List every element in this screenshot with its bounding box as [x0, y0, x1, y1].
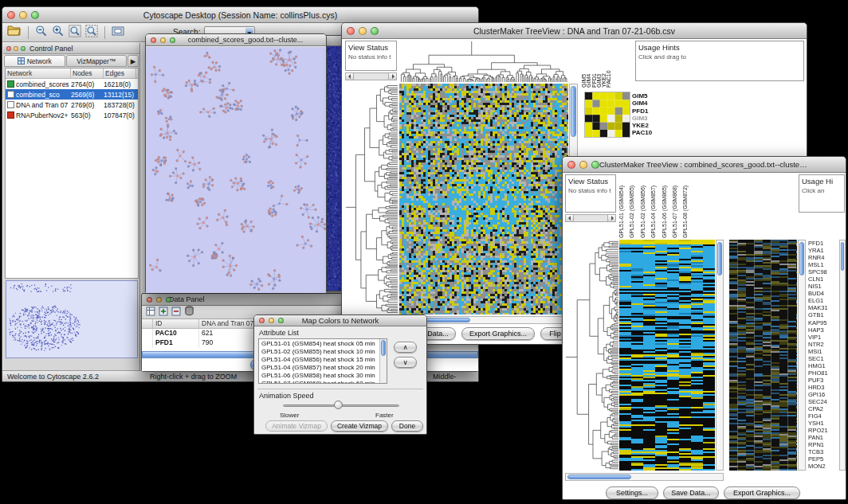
panel-dock-button[interactable] — [21, 46, 26, 51]
attribute-list-item[interactable]: GPL51-01 (GSM854) heat shock 05 min — [260, 340, 379, 348]
gene-label[interactable]: BUD4 — [808, 290, 838, 297]
scroll-thumb[interactable] — [717, 242, 722, 275]
gene-label[interactable]: NIS1 — [808, 283, 838, 290]
gene-label[interactable]: HRD3 — [808, 384, 838, 391]
array-column-label[interactable]: GPL51-01 (GSM854) — [618, 174, 629, 238]
gene-label[interactable]: FIG4 — [808, 412, 838, 420]
gene-label[interactable]: RPO21 — [808, 427, 838, 434]
dock-button[interactable] — [166, 297, 171, 303]
move-up-button[interactable]: ∧ — [394, 342, 417, 353]
zoom-button[interactable] — [278, 318, 284, 323]
network-overview-thumbnail[interactable] — [6, 280, 138, 358]
gene-label[interactable]: SEC1 — [808, 355, 838, 362]
gene-label[interactable]: HMG1 — [808, 362, 838, 369]
close-button[interactable] — [151, 37, 156, 43]
gene-label[interactable]: CLN1 — [808, 275, 838, 283]
scroll-left-icon[interactable] — [346, 73, 354, 80]
tab-network[interactable]: Network — [4, 55, 65, 67]
panel-close-button[interactable] — [6, 46, 11, 51]
gene-label[interactable]: PEP5 — [808, 455, 838, 463]
gene-label[interactable]: NTR2 — [808, 341, 838, 348]
network-row[interactable]: RNAPuberNov2+563(0)107847(0) — [6, 110, 138, 120]
create-attribute-icon[interactable] — [159, 305, 168, 319]
minimize-button[interactable] — [19, 11, 27, 19]
network-window-titlebar[interactable]: combined_scores_good.txt--cluste... — [146, 34, 326, 46]
create-vizmap-button[interactable]: Create Vizmap — [331, 420, 388, 432]
gene-label[interactable]: RPN1 — [808, 441, 838, 448]
zoom-button[interactable] — [170, 37, 175, 43]
save-data-button[interactable]: Save Data... — [663, 486, 719, 499]
combined-titlebar[interactable]: ClusterMaker TreeView : combined_scores_… — [563, 157, 846, 173]
control-panel-header[interactable]: Control Panel — [3, 43, 139, 54]
tab-vizmapper[interactable]: VizMapper™ — [66, 55, 128, 67]
dialog-titlebar[interactable]: Map Colors to Network — [254, 315, 426, 326]
tab-overflow-button[interactable]: ▶ — [128, 55, 139, 67]
gene-label[interactable]: ELG1 — [808, 297, 838, 304]
gene-column-label[interactable]: GIM4 — [586, 41, 591, 88]
array-column-label[interactable]: GPL51-04 (GSM857) — [650, 174, 661, 238]
row-dendrogram[interactable] — [345, 84, 398, 315]
gene-label[interactable]: MAK31 — [808, 304, 838, 311]
minimize-button[interactable] — [359, 27, 367, 35]
zoom-in-icon[interactable] — [52, 25, 65, 41]
gene-label[interactable]: MSI1 — [808, 348, 838, 355]
panel-float-button[interactable] — [14, 46, 18, 51]
scroll-left-icon[interactable] — [566, 215, 574, 221]
scroll-thumb[interactable] — [571, 86, 576, 137]
dna-titlebar[interactable]: ClusterMaker TreeView : DNA and Tran 07-… — [342, 23, 807, 39]
done-button[interactable]: Done — [391, 420, 423, 432]
gene-label[interactable]: PAN1 — [808, 434, 838, 441]
gene-column-label[interactable]: PAC10 — [606, 41, 610, 88]
gene-label[interactable]: VIP1 — [808, 334, 838, 341]
snapshot-icon[interactable] — [112, 25, 124, 40]
summary-heatmap[interactable] — [584, 92, 630, 138]
move-down-button[interactable]: ∨ — [394, 357, 417, 368]
attribute-list-item[interactable]: GPL51-02 (GSM855) heat shock 10 min — [260, 348, 379, 356]
network-row[interactable]: DNA and Tran 072769(0)183728(0) — [6, 100, 138, 110]
scroll-thumb[interactable] — [841, 242, 844, 271]
scroll-thumb[interactable] — [381, 340, 386, 356]
export-graphics-button[interactable]: Export Graphics... — [724, 486, 800, 499]
open-folder-icon[interactable] — [7, 25, 22, 40]
gene-row-label[interactable]: GIM5 — [632, 92, 659, 100]
attribute-list-item[interactable]: GPL51-04 (GSM857) heat shock 20 min — [260, 364, 379, 372]
gene-label[interactable]: RNR4 — [808, 254, 838, 261]
close-button[interactable] — [567, 161, 575, 169]
status-scrollbar[interactable] — [345, 72, 397, 80]
delete-attribute-icon[interactable] — [171, 305, 181, 319]
minimize-button[interactable] — [160, 37, 166, 43]
heatmap-hscrollbar[interactable] — [565, 473, 724, 481]
close-button[interactable] — [347, 27, 355, 35]
gene-label[interactable]: HAP3 — [808, 326, 838, 334]
network-row-selected[interactable]: combined_sco2569(6)13112(15) — [6, 89, 138, 100]
network-row[interactable]: combined_scores2764(0)16218(0) — [6, 79, 138, 89]
column-dendrogram[interactable] — [399, 41, 568, 82]
array-column-label[interactable]: GPL51-02 (GSM856) — [640, 174, 650, 238]
gene-label[interactable]: KAP95 — [808, 319, 838, 326]
gene-label[interactable]: SPC98 — [808, 268, 838, 275]
overview-vscrollbar[interactable] — [798, 240, 806, 471]
gene-list-vscrollbar[interactable] — [839, 240, 846, 471]
close-button[interactable] — [259, 318, 265, 323]
gene-label[interactable]: SEC24 — [808, 398, 838, 405]
gene-row-label[interactable]: GIM3 — [632, 115, 659, 122]
gene-label[interactable]: YSH1 — [808, 420, 838, 427]
overview-heatmap[interactable] — [729, 240, 797, 471]
attribute-list-item[interactable]: GPL51-07 (GSM868) heat shock 60 min — [260, 380, 379, 384]
array-column-label[interactable]: GPL51-06 (GSM865) — [662, 174, 672, 238]
expression-heatmap[interactable] — [619, 240, 715, 471]
array-column-label[interactable]: GPL51-02 (GSM855) — [629, 174, 639, 238]
array-column-label[interactable]: GPL51-07 (GSM868) — [672, 174, 682, 238]
attribute-list-item[interactable]: GPL51-06 (GSM858) heat shock 30 min — [260, 372, 379, 380]
scroll-right-icon[interactable] — [607, 215, 615, 221]
array-column-label[interactable]: GPL51-08 (GSM872) — [682, 174, 693, 238]
gene-row-label[interactable]: GIM4 — [632, 100, 659, 107]
close-button[interactable] — [7, 11, 15, 19]
status-scrollbar[interactable] — [565, 214, 616, 222]
gene-label[interactable]: PHO81 — [808, 369, 838, 377]
minimize-button[interactable] — [269, 318, 274, 323]
expression-heatmap[interactable] — [399, 84, 568, 315]
gene-label[interactable]: YRA1 — [808, 247, 838, 254]
attribute-list-item[interactable]: GPL51-04 (GSM856) heat shock 15 min — [260, 356, 379, 364]
animate-vizmap-button[interactable]: Animate Vizmap — [265, 420, 328, 432]
